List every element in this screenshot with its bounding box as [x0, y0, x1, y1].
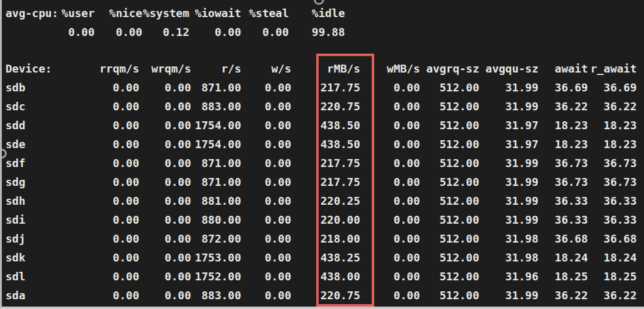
device-name: sde: [5, 135, 26, 154]
table-cell: 0.00: [265, 191, 291, 210]
table-cell: 512.00: [440, 286, 479, 305]
table-cell: 36.33: [604, 210, 637, 229]
col-header-avgqu-sz: avgqu-sz: [485, 59, 538, 78]
table-row: sdj0.000.00872.000.00218.000.00512.0031.…: [2, 229, 644, 248]
table-cell: 0.00: [113, 248, 139, 267]
table-cell: 0.00: [394, 248, 420, 267]
table-cell: 0.00: [265, 229, 291, 248]
cpu-value-iowait: 0.00: [215, 23, 241, 41]
table-cell: 883.00: [201, 97, 241, 116]
table-cell: 31.99: [505, 286, 538, 305]
table-cell: 36.33: [604, 191, 637, 210]
table-cell: 36.73: [604, 154, 637, 172]
table-cell: 512.00: [440, 229, 479, 248]
table-cell: 220.75: [320, 97, 360, 116]
table-cell: 36.33: [555, 191, 588, 210]
table-cell: 871.00: [201, 78, 241, 97]
col-header-ws: w/s: [271, 59, 291, 78]
table-cell: 880.00: [201, 210, 241, 229]
table-cell: 18.25: [555, 267, 588, 286]
table-cell: 512.00: [440, 78, 479, 97]
device-name: sdh: [5, 191, 26, 210]
table-cell: 36.69: [555, 78, 588, 97]
cpu-header-iowait: %iowait: [195, 4, 241, 23]
cpu-section-label: avg-cpu:: [5, 4, 59, 23]
table-cell: 31.99: [505, 172, 538, 191]
col-header-rrqm: rrqm/s: [99, 59, 139, 78]
table-cell: 36.73: [604, 172, 637, 191]
table-cell: 0.00: [113, 78, 139, 97]
table-cell: 31.99: [505, 191, 538, 210]
table-cell: 0.00: [113, 210, 139, 229]
col-header-rs: r/s: [221, 59, 241, 78]
table-cell: 0.00: [113, 267, 139, 286]
table-cell: 36.22: [604, 286, 637, 305]
table-cell: 0.00: [394, 210, 420, 229]
table-cell: 438.50: [320, 135, 360, 154]
device-name: sdf: [5, 154, 26, 172]
table-cell: 36.22: [555, 97, 588, 116]
table-cell: 18.24: [604, 248, 637, 267]
table-cell: 0.00: [394, 267, 420, 286]
cpu-header-system: %system: [143, 4, 189, 23]
table-cell: 31.98: [505, 229, 538, 248]
table-cell: 512.00: [440, 210, 479, 229]
cpu-header-idle: %idle: [312, 4, 345, 23]
table-cell: 18.24: [555, 248, 588, 267]
table-cell: 0.00: [165, 210, 191, 229]
terminal-window[interactable]: avg-cpu: %user %nice %system %iowait %st…: [0, 0, 644, 309]
col-header-wmbs: wMB/s: [387, 59, 420, 78]
table-cell: 36.33: [555, 210, 588, 229]
cpu-header-nice: %nice: [109, 4, 142, 23]
table-cell: 36.68: [604, 229, 637, 248]
table-cell: 217.75: [320, 78, 360, 97]
table-cell: 0.00: [165, 154, 191, 172]
table-cell: 0.00: [165, 248, 191, 267]
table-cell: 0.00: [113, 116, 139, 135]
cpu-header-row: avg-cpu: %user %nice %system %iowait %st…: [2, 4, 644, 23]
device-name: sdc: [5, 97, 26, 116]
table-cell: 0.00: [165, 78, 191, 97]
table-cell: 0.00: [113, 229, 139, 248]
table-cell: 438.50: [320, 116, 360, 135]
table-cell: 0.00: [165, 267, 191, 286]
table-row: sdg0.000.00871.000.00217.750.00512.0031.…: [2, 172, 644, 191]
table-row: sda0.000.00883.000.00220.750.00512.0031.…: [2, 286, 644, 305]
table-row: sdh0.000.00881.000.00220.250.00512.0031.…: [2, 191, 644, 210]
cpu-value-idle: 99.88: [312, 23, 345, 41]
table-cell: 0.00: [394, 229, 420, 248]
table-row: sdk0.000.001753.000.00438.250.00512.0031…: [2, 248, 644, 267]
table-cell: 31.99: [505, 97, 538, 116]
table-cell: 36.22: [604, 97, 637, 116]
table-cell: 512.00: [440, 267, 479, 286]
table-cell: 0.00: [165, 135, 191, 154]
table-cell: 220.75: [320, 286, 360, 305]
device-name: sdj: [5, 229, 26, 248]
table-cell: 36.73: [555, 154, 588, 172]
table-cell: 0.00: [113, 154, 139, 172]
table-cell: 0.00: [394, 191, 420, 210]
table-row: sdf0.000.00871.000.00217.750.00512.0031.…: [2, 154, 644, 172]
table-cell: 220.25: [320, 191, 360, 210]
table-cell: 31.97: [505, 135, 538, 154]
table-cell: 36.73: [555, 172, 588, 191]
table-cell: 1754.00: [195, 135, 241, 154]
table-cell: 0.00: [394, 154, 420, 172]
table-cell: 0.00: [394, 78, 420, 97]
table-cell: 217.75: [320, 172, 360, 191]
table-cell: 218.00: [320, 229, 360, 248]
table-cell: 512.00: [440, 172, 479, 191]
cpu-values-row: 0.00 0.00 0.12 0.00 0.00 99.88: [2, 23, 644, 41]
table-row: sdi0.000.00880.000.00220.000.00512.0031.…: [2, 210, 644, 229]
table-cell: 0.00: [265, 154, 291, 172]
table-cell: 0.00: [394, 116, 420, 135]
table-cell: 31.99: [505, 78, 538, 97]
table-row: sdc0.000.00883.000.00220.750.00512.0031.…: [2, 97, 644, 116]
table-cell: 512.00: [440, 116, 479, 135]
table-cell: 512.00: [440, 248, 479, 267]
table-cell: 512.00: [440, 191, 479, 210]
device-name: sda: [5, 286, 26, 305]
table-cell: 0.00: [113, 97, 139, 116]
table-cell: 0.00: [265, 135, 291, 154]
table-cell: 1752.00: [195, 267, 241, 286]
